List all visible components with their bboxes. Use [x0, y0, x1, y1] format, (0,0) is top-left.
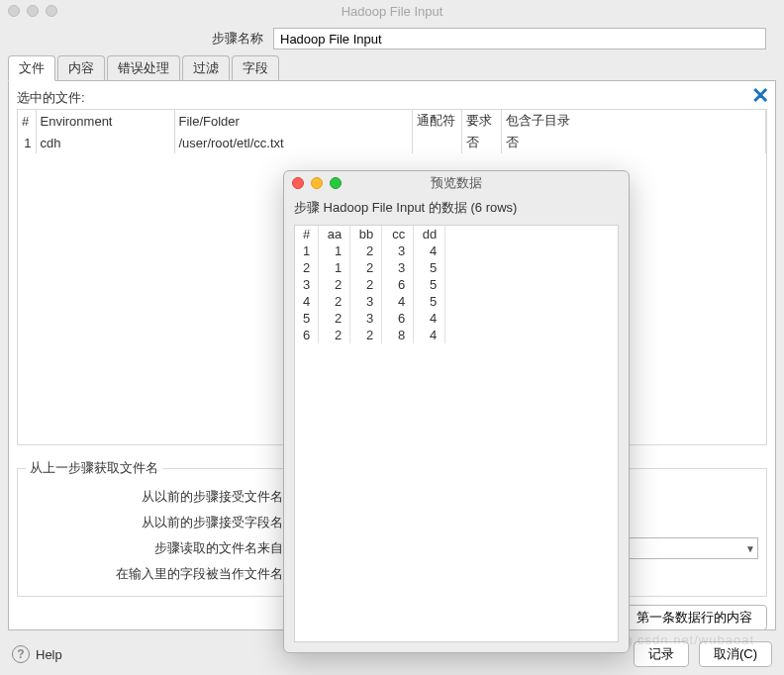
main-window: Hadoop File Input 步骤名称 文件 内容 错误处理 过滤 字段 …: [0, 0, 784, 675]
data-row[interactable]: 42345: [295, 293, 445, 310]
cell-file[interactable]: /user/root/etl/cc.txt: [174, 132, 412, 153]
col-subdirs: 包含子目录: [501, 110, 766, 132]
help-icon: ?: [12, 645, 30, 663]
dialog-subtitle: 步骤 Hadoop File Input 的数据 (6 rows): [284, 195, 629, 221]
h-bb: bb: [350, 226, 382, 242]
h-idx: #: [295, 226, 319, 242]
dialog-title: 预览数据: [284, 174, 629, 192]
preview-dialog: 预览数据 步骤 Hadoop File Input 的数据 (6 rows) #…: [283, 170, 630, 653]
chevron-down-icon: ▼: [745, 543, 755, 554]
data-cell: 2: [319, 293, 350, 310]
data-cell: 5: [414, 293, 445, 310]
step-name-input[interactable]: [273, 28, 766, 49]
data-cell: 2: [350, 327, 382, 343]
step-name-row: 步骤名称: [0, 22, 784, 55]
data-cell: 8: [382, 327, 414, 343]
titlebar: Hadoop File Input: [0, 0, 784, 22]
accept-fieldname-label: 从以前的步骤接受字段名: [26, 514, 283, 531]
cell-env[interactable]: cdh: [36, 132, 174, 153]
field-in-input-label: 在输入里的字段被当作文件名: [26, 565, 283, 583]
col-num: #: [18, 110, 36, 132]
data-cell: 1: [295, 242, 319, 259]
col-required: 要求: [461, 110, 501, 132]
first-row-button[interactable]: 第一条数据行的内容: [622, 605, 767, 630]
help-button[interactable]: ? Help: [12, 645, 62, 663]
window-controls: [8, 5, 57, 17]
data-row[interactable]: 52364: [295, 310, 445, 327]
tab-content[interactable]: 内容: [57, 55, 105, 80]
data-cell: 2: [295, 259, 319, 276]
data-cell: 2: [350, 259, 382, 276]
data-row[interactable]: 32265: [295, 276, 445, 293]
selected-file-label: 选中的文件:: [17, 89, 767, 107]
step-source-label: 步骤读取的文件名来自: [26, 539, 283, 557]
file-table-header: # Environment File/Folder 通配符 要求 包含子目录: [18, 110, 766, 132]
data-cell: 2: [350, 242, 382, 259]
data-cell: 4: [382, 293, 414, 310]
tab-bar: 文件 内容 错误处理 过滤 字段: [8, 55, 776, 81]
h-dd: dd: [414, 226, 445, 242]
data-row[interactable]: 11234: [295, 242, 445, 259]
data-cell: 4: [295, 293, 319, 310]
col-env: Environment: [36, 110, 174, 132]
tab-errors[interactable]: 错误处理: [107, 55, 180, 80]
h-aa: aa: [319, 226, 350, 242]
data-cell: 6: [295, 327, 319, 343]
prev-step-legend: 从上一步骤获取文件名: [26, 459, 162, 477]
data-row[interactable]: 62284: [295, 327, 445, 343]
tab-file[interactable]: 文件: [8, 55, 55, 81]
data-cell: 4: [414, 327, 445, 343]
data-row[interactable]: 21235: [295, 259, 445, 276]
data-cell: 1: [319, 242, 350, 259]
data-cell: 6: [382, 310, 414, 327]
cell-num: 1: [18, 132, 36, 153]
table-row[interactable]: 1 cdh /user/root/etl/cc.txt 否 否: [18, 132, 766, 153]
data-cell: 3: [350, 310, 382, 327]
tab-filter[interactable]: 过滤: [182, 55, 230, 80]
data-cell: 5: [414, 276, 445, 293]
data-cell: 4: [414, 242, 445, 259]
data-cell: 3: [382, 242, 414, 259]
data-table-header: # aa bb cc dd: [295, 226, 445, 242]
cell-wildcard[interactable]: [412, 132, 461, 153]
col-file: File/Folder: [174, 110, 412, 132]
close-icon[interactable]: [8, 5, 20, 17]
data-cell: 2: [319, 310, 350, 327]
data-cell: 5: [295, 310, 319, 327]
data-table[interactable]: # aa bb cc dd 11234212353226542345523646…: [294, 225, 619, 642]
accept-filename-label: 从以前的步骤接受文件名: [26, 488, 283, 506]
window-title: Hadoop File Input: [0, 4, 784, 19]
help-label: Help: [36, 647, 62, 662]
cell-subdirs[interactable]: 否: [501, 132, 766, 153]
data-cell: 3: [382, 259, 414, 276]
data-cell: 2: [319, 276, 350, 293]
data-cell: 1: [319, 259, 350, 276]
data-cell: 4: [414, 310, 445, 327]
col-wildcard: 通配符: [412, 110, 461, 132]
panel-close-icon[interactable]: ✕: [751, 83, 769, 109]
h-cc: cc: [382, 226, 414, 242]
data-cell: 2: [319, 327, 350, 343]
tab-fields[interactable]: 字段: [232, 55, 279, 80]
data-cell: 3: [295, 276, 319, 293]
minimize-icon[interactable]: [27, 5, 39, 17]
data-cell: 3: [350, 293, 382, 310]
data-cell: 6: [382, 276, 414, 293]
dialog-titlebar: 预览数据: [284, 171, 629, 195]
cell-required[interactable]: 否: [461, 132, 501, 153]
step-name-label: 步骤名称: [0, 30, 267, 48]
data-cell: 2: [350, 276, 382, 293]
data-cell: 5: [414, 259, 445, 276]
zoom-icon[interactable]: [46, 5, 57, 17]
